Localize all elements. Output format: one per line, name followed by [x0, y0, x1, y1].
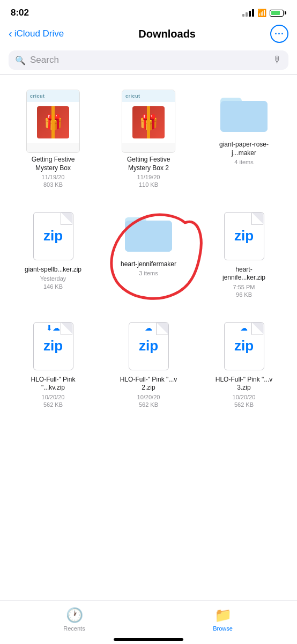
file-meta: 10/20/20 562 KB	[233, 393, 256, 409]
home-indicator	[114, 638, 183, 641]
cloud-download-icon: ☁	[240, 324, 248, 332]
tab-browse-label: Browse	[213, 625, 233, 632]
zip-icon: zip	[29, 209, 77, 263]
browse-icon: 📁	[214, 607, 232, 624]
file-name: heart-jennifermaker	[121, 260, 176, 269]
file-name: Getting Festive Mystery Box 2	[119, 156, 178, 172]
tab-recents-label: Recents	[63, 625, 85, 632]
more-button[interactable]: ···	[270, 25, 288, 43]
tab-browse[interactable]: 📁 Browse	[148, 601, 297, 633]
file-name: Getting Festive Mystery Box	[24, 156, 83, 172]
file-meta: 10/20/20 562 KB	[42, 393, 65, 409]
divider	[0, 74, 297, 75]
svg-rect-2	[220, 101, 268, 132]
file-meta: 4 items	[234, 158, 253, 166]
row-separator	[5, 305, 292, 314]
file-name: heart-jennife...ker.zip	[214, 266, 273, 282]
file-thumbnail: cricut	[26, 90, 80, 153]
search-icon: 🔍	[15, 55, 26, 65]
file-name: HLO-Full-" Pink "...kv.zip	[24, 376, 83, 392]
chevron-left-icon: ‹	[9, 28, 12, 39]
file-meta: 11/19/20 803 KB	[42, 173, 65, 189]
file-meta: 7:55 PM 96 KB	[233, 283, 255, 299]
list-item[interactable]: heart-jennifermaker 3 items	[101, 204, 196, 305]
file-meta: 10/20/20 562 KB	[137, 393, 160, 409]
list-item[interactable]: ⬇︎☁ zip HLO-Full-" Pink "...kv.zip 10/20…	[5, 314, 101, 415]
search-input[interactable]: Search	[30, 55, 269, 65]
nav-bar: ‹ iCloud Drive Downloads ···	[0, 23, 297, 48]
folder-icon	[217, 90, 271, 138]
mic-icon[interactable]: 🎙	[273, 55, 282, 65]
files-grid: cricut Getting Festive Mystery Box 11/19…	[0, 79, 297, 415]
file-meta: 11/19/20 110 KB	[137, 173, 160, 189]
zip-icon: zip	[220, 209, 268, 263]
status-bar: 8:02 📶	[0, 0, 297, 23]
file-name: giant-spellb...ker.zip	[25, 266, 81, 274]
back-button[interactable]: ‹ iCloud Drive	[9, 28, 64, 39]
list-item[interactable]: ☁ zip HLO-Full-" Pink "...v 2.zip 10/20/…	[101, 314, 196, 415]
recents-icon: 🕐	[66, 607, 83, 624]
zip-icon: ☁ zip	[220, 319, 268, 373]
zip-icon: ⬇︎☁ zip	[29, 319, 77, 373]
signal-icon	[242, 9, 254, 17]
tab-recents[interactable]: 🕐 Recents	[0, 601, 148, 633]
svg-rect-5	[125, 221, 172, 252]
zip-icon: ☁ zip	[125, 319, 172, 373]
back-label: iCloud Drive	[14, 28, 64, 39]
page-title: Downloads	[138, 28, 196, 40]
tab-bar-spacer	[0, 415, 297, 469]
list-item[interactable]: ☁ zip HLO-Full-" Pink "...v 3.zip 10/20/…	[196, 314, 292, 415]
list-item[interactable]: cricut Getting Festive Mystery Box 11/19…	[5, 84, 101, 195]
file-thumbnail: cricut	[122, 90, 175, 153]
file-name: HLO-Full-" Pink "...v 3.zip	[214, 376, 273, 392]
cloud-download-icon: ☁	[145, 324, 152, 332]
list-item[interactable]: zip giant-spellb...ker.zip Yesterday 146…	[5, 204, 101, 305]
status-icons: 📶	[242, 9, 286, 17]
cloud-download-icon: ⬇︎☁	[46, 324, 60, 332]
list-item[interactable]: cricut Getting Festive Mystery Box 2 11/…	[101, 84, 196, 195]
battery-icon	[270, 10, 286, 17]
file-name: giant-paper-rose-j...maker	[214, 141, 273, 157]
file-meta: 3 items	[139, 269, 158, 277]
folder-icon	[122, 209, 175, 258]
file-meta: Yesterday 146 KB	[40, 275, 66, 290]
status-time: 8:02	[11, 8, 29, 18]
row-separator	[5, 195, 292, 204]
tab-bar: 🕐 Recents 📁 Browse	[0, 600, 297, 644]
search-bar[interactable]: 🔍 Search 🎙	[9, 50, 288, 70]
list-item[interactable]: giant-paper-rose-j...maker 4 items	[196, 84, 292, 195]
file-name: HLO-Full-" Pink "...v 2.zip	[119, 376, 178, 392]
list-item[interactable]: zip heart-jennife...ker.zip 7:55 PM 96 K…	[196, 204, 292, 305]
wifi-icon: 📶	[257, 9, 266, 17]
